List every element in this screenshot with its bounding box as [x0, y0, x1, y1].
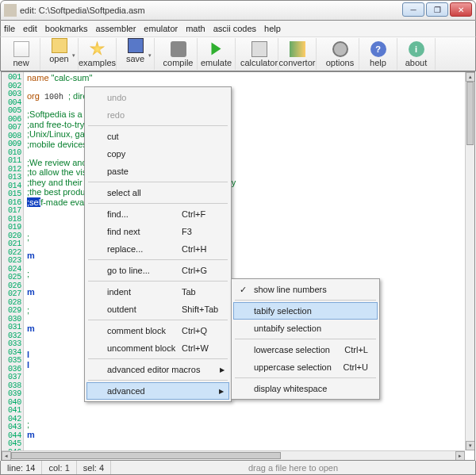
scroll-up-button[interactable]: ▴ — [466, 72, 475, 82]
menu-edit[interactable]: edit — [23, 24, 37, 33]
submenu-untabify[interactable]: untabify selection — [233, 320, 378, 337]
tool-calculator[interactable]: calculator — [240, 38, 278, 70]
tool-about[interactable]: iabout — [397, 38, 436, 70]
menu-emulator[interactable]: emulator — [144, 24, 178, 33]
menu-cut[interactable]: cut — [86, 128, 229, 145]
status-sel: sel: 4 — [77, 461, 111, 474]
scroll-right-button[interactable]: ▸ — [455, 451, 465, 461]
editor-area: 001 002 003 004 005 006 007 008 009 010 … — [1, 71, 475, 461]
submenu-lowercase[interactable]: lowercase selectionCtrl+L — [233, 341, 378, 358]
menu-comment[interactable]: comment blockCtrl+Q — [86, 322, 229, 339]
options-icon — [332, 41, 348, 57]
tool-open[interactable]: open — [40, 38, 79, 70]
status-bar: line: 14 col: 1 sel: 4 drag a file here … — [0, 461, 476, 475]
tool-compile[interactable]: compile — [159, 38, 198, 70]
close-button[interactable]: ✕ — [450, 2, 472, 17]
menu-outdent[interactable]: outdentShift+Tab — [86, 301, 229, 318]
tool-emulate[interactable]: emulate — [198, 38, 236, 70]
menu-replace[interactable]: replace...Ctrl+H — [86, 240, 229, 258]
compile-icon — [171, 41, 186, 57]
status-drag-hint: drag a file here to open — [111, 463, 475, 473]
scroll-down-button[interactable]: ▾ — [466, 441, 475, 450]
minimize-button[interactable]: ─ — [402, 2, 424, 17]
status-line: line: 14 — [1, 461, 42, 474]
line-gutter: 001 002 003 004 005 006 007 008 009 010 … — [2, 72, 24, 450]
tool-examples[interactable]: examples — [79, 38, 117, 70]
menu-select-all[interactable]: select all — [86, 184, 229, 201]
submenu-uppercase[interactable]: uppercase selectionCtrl+U — [233, 358, 378, 376]
advanced-submenu: show line numbers tabify selection untab… — [231, 278, 380, 400]
submenu-show-lines[interactable]: show line numbers — [233, 281, 378, 298]
menu-math[interactable]: math — [186, 24, 205, 33]
menu-find[interactable]: find...Ctrl+F — [86, 205, 229, 223]
menu-copy[interactable]: copy — [86, 145, 229, 163]
menu-bar: file edit bookmarks assembler emulator m… — [0, 21, 476, 36]
tool-convertor[interactable]: convertor — [278, 38, 317, 70]
save-icon — [128, 38, 144, 53]
menu-advanced[interactable]: advanced▶ — [86, 382, 229, 400]
convertor-icon — [290, 41, 305, 57]
help-icon: ? — [370, 41, 386, 57]
about-icon: i — [409, 41, 424, 57]
tool-save[interactable]: save — [117, 38, 155, 70]
menu-file[interactable]: file — [4, 24, 15, 33]
menu-help[interactable]: help — [264, 24, 281, 33]
calculator-icon — [251, 41, 267, 57]
scroll-thumb-h[interactable] — [11, 452, 281, 459]
menu-undo[interactable]: undo — [86, 89, 229, 106]
scroll-left-button[interactable]: ◂ — [2, 451, 11, 461]
menu-redo[interactable]: redo — [86, 106, 229, 124]
menu-uncomment[interactable]: uncomment blockCtrl+W — [86, 339, 229, 357]
menu-bookmarks[interactable]: bookmarks — [45, 24, 88, 33]
open-icon — [52, 38, 67, 53]
tool-help[interactable]: ?help — [359, 38, 397, 70]
scroll-thumb-v[interactable] — [466, 82, 474, 145]
menu-find-next[interactable]: find nextF3 — [86, 223, 229, 240]
app-icon — [4, 4, 17, 17]
new-icon — [13, 41, 29, 57]
horizontal-scrollbar[interactable]: ◂ ▸ — [2, 450, 465, 460]
menu-macros[interactable]: advanced editor macros▶ — [86, 361, 229, 378]
menu-paste[interactable]: paste — [86, 163, 229, 180]
menu-indent[interactable]: indentTab — [86, 283, 229, 301]
toolbar: newopenexamplessavecompileemulatecalcula… — [0, 36, 476, 71]
maximize-button[interactable]: ❐ — [426, 2, 448, 17]
status-col: col: 1 — [42, 461, 76, 474]
submenu-tabify[interactable]: tabify selection — [233, 302, 378, 320]
title-bar: edit: C:\Softpedia\Softpedia.asm ─ ❐ ✕ — [0, 0, 476, 21]
examples-icon — [90, 41, 106, 57]
emulate-icon — [209, 41, 225, 57]
vertical-scrollbar[interactable]: ▴ ▾ — [465, 72, 474, 450]
tool-options[interactable]: options — [321, 38, 359, 70]
context-menu: undo redo cut copy paste select all find… — [84, 86, 232, 402]
window-title: edit: C:\Softpedia\Softpedia.asm — [20, 6, 145, 15]
menu-assembler[interactable]: assembler — [96, 24, 136, 33]
tool-new[interactable]: new — [2, 38, 40, 70]
menu-goto[interactable]: go to line...Ctrl+G — [86, 262, 229, 279]
menu-ascii[interactable]: ascii codes — [213, 24, 256, 33]
submenu-whitespace[interactable]: display whitespace — [233, 380, 378, 397]
